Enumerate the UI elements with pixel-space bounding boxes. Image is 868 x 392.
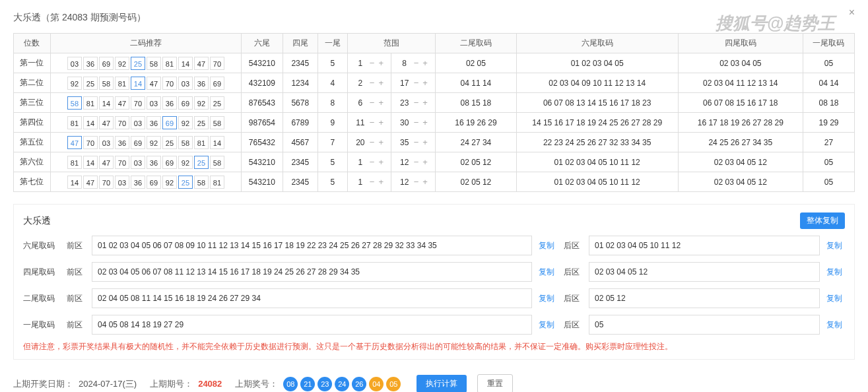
plus-icon[interactable]: + [378, 157, 384, 167]
plus-icon[interactable]: + [378, 177, 384, 187]
code-box[interactable]: 03 [131, 116, 145, 129]
plus-icon[interactable]: + [422, 58, 428, 68]
code-box[interactable]: 69 [131, 136, 145, 149]
code-box[interactable]: 03 [131, 156, 145, 169]
code-box[interactable]: 58 [99, 77, 114, 90]
minus-icon[interactable]: − [370, 177, 375, 187]
code-box[interactable]: 47 [147, 77, 161, 90]
code-box[interactable]: 70 [162, 77, 177, 90]
plus-icon[interactable]: + [378, 137, 384, 147]
code-box[interactable]: 81 [162, 57, 177, 70]
minus-icon[interactable]: − [370, 78, 375, 88]
code-box[interactable]: 69 [178, 96, 193, 110]
code-box[interactable]: 14 [210, 136, 224, 149]
copy-all-button[interactable]: 整体复制 [800, 212, 845, 229]
code-box[interactable]: 81 [115, 77, 129, 90]
code-box[interactable]: 70 [115, 116, 129, 129]
code-box[interactable]: 47 [83, 176, 98, 189]
minus-icon[interactable]: − [414, 177, 419, 187]
back-input[interactable] [589, 236, 820, 255]
copy-button[interactable]: 复制 [826, 293, 845, 304]
front-input[interactable] [92, 315, 532, 335]
code-box[interactable]: 92 [178, 156, 193, 169]
code-box[interactable]: 14 [67, 176, 82, 189]
front-input[interactable] [92, 288, 532, 308]
code-box[interactable]: 58 [210, 116, 224, 129]
code-box[interactable]: 36 [162, 96, 177, 110]
code-box[interactable]: 03 [67, 57, 82, 70]
code-box[interactable]: 47 [115, 96, 129, 110]
front-input[interactable] [92, 236, 532, 255]
code-box[interactable]: 36 [115, 136, 129, 149]
code-box[interactable]: 36 [194, 77, 209, 90]
code-box[interactable]: 03 [147, 96, 161, 110]
code-box[interactable]: 81 [194, 136, 209, 149]
code-box[interactable]: 70 [131, 96, 145, 110]
code-box[interactable]: 92 [178, 116, 193, 129]
back-input[interactable] [589, 262, 820, 282]
code-box[interactable]: 03 [99, 136, 114, 149]
minus-icon[interactable]: − [370, 157, 375, 167]
code-box[interactable]: 69 [162, 116, 177, 129]
code-box[interactable]: 36 [147, 156, 161, 169]
back-input[interactable] [589, 288, 820, 308]
plus-icon[interactable]: + [422, 137, 428, 147]
copy-button[interactable]: 复制 [539, 319, 557, 331]
code-box[interactable]: 70 [99, 176, 114, 189]
minus-icon[interactable]: − [370, 98, 375, 108]
code-box[interactable]: 58 [194, 176, 209, 189]
code-box[interactable]: 25 [162, 136, 177, 149]
code-box[interactable]: 69 [162, 156, 177, 169]
code-box[interactable]: 58 [67, 96, 82, 110]
code-box[interactable]: 70 [83, 136, 98, 149]
code-box[interactable]: 47 [67, 136, 82, 149]
plus-icon[interactable]: + [422, 157, 428, 167]
plus-icon[interactable]: + [378, 98, 384, 108]
code-box[interactable]: 58 [210, 156, 224, 169]
code-box[interactable]: 25 [178, 176, 193, 189]
minus-icon[interactable]: − [414, 98, 419, 108]
front-input[interactable] [92, 262, 532, 282]
minus-icon[interactable]: − [414, 137, 419, 147]
code-box[interactable]: 81 [67, 116, 82, 129]
code-box[interactable]: 03 [178, 77, 193, 90]
plus-icon[interactable]: + [422, 98, 428, 108]
code-box[interactable]: 47 [194, 57, 209, 70]
code-box[interactable]: 81 [83, 96, 98, 110]
code-box[interactable]: 14 [99, 96, 114, 110]
code-box[interactable]: 25 [83, 77, 98, 90]
minus-icon[interactable]: − [370, 137, 375, 147]
code-box[interactable]: 58 [178, 136, 193, 149]
copy-button[interactable]: 复制 [539, 267, 557, 278]
code-box[interactable]: 69 [210, 77, 224, 90]
minus-icon[interactable]: − [414, 58, 419, 68]
code-box[interactable]: 36 [83, 57, 98, 70]
code-box[interactable]: 81 [210, 176, 224, 189]
plus-icon[interactable]: + [422, 117, 428, 127]
code-box[interactable]: 14 [178, 57, 193, 70]
plus-icon[interactable]: + [378, 58, 384, 68]
plus-icon[interactable]: + [422, 78, 428, 88]
code-box[interactable]: 03 [115, 176, 129, 189]
code-box[interactable]: 92 [115, 57, 129, 70]
code-box[interactable]: 70 [210, 57, 224, 70]
back-input[interactable] [589, 315, 820, 335]
copy-button[interactable]: 复制 [826, 267, 845, 278]
code-box[interactable]: 92 [162, 176, 177, 189]
minus-icon[interactable]: − [414, 78, 419, 88]
code-box[interactable]: 69 [99, 57, 114, 70]
execute-button[interactable]: 执行计算 [417, 375, 467, 392]
copy-button[interactable]: 复制 [826, 240, 845, 251]
copy-button[interactable]: 复制 [539, 240, 557, 251]
minus-icon[interactable]: − [370, 58, 375, 68]
code-box[interactable]: 14 [83, 156, 98, 169]
code-box[interactable]: 14 [131, 77, 145, 90]
minus-icon[interactable]: − [414, 117, 419, 127]
plus-icon[interactable]: + [378, 117, 384, 127]
code-box[interactable]: 58 [147, 57, 161, 70]
code-box[interactable]: 25 [131, 57, 145, 70]
plus-icon[interactable]: + [422, 177, 428, 187]
code-box[interactable]: 81 [67, 156, 82, 169]
code-box[interactable]: 25 [194, 116, 209, 129]
minus-icon[interactable]: − [370, 117, 375, 127]
